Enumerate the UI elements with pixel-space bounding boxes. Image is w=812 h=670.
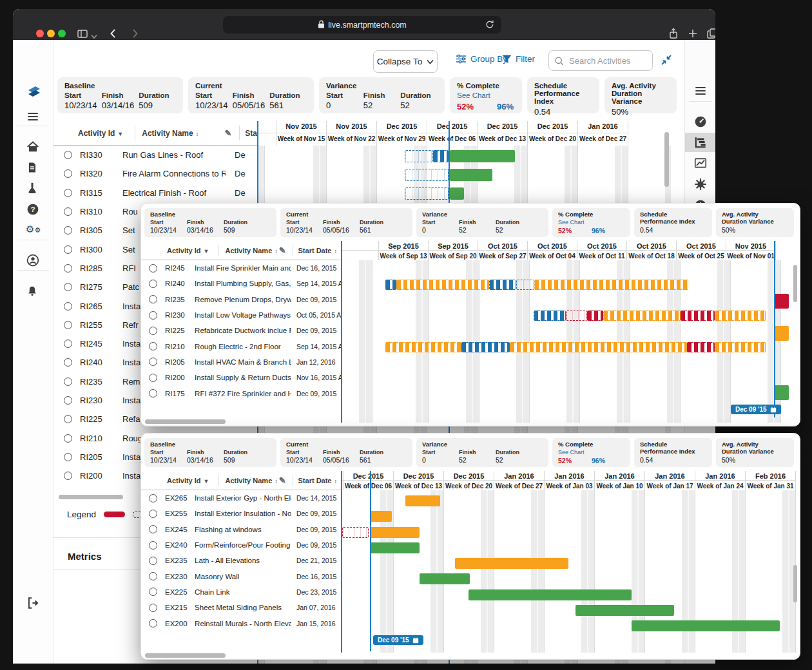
zoom-window-button[interactable] bbox=[58, 30, 66, 37]
table-row[interactable]: RI320Fire Alarm Connections to RTUs ·De bbox=[53, 164, 257, 183]
gantt-bar-segment[interactable] bbox=[450, 169, 492, 181]
table-row[interactable]: EX230Masonry WallDec 16, 2015 bbox=[141, 569, 341, 584]
row-radio[interactable] bbox=[64, 358, 72, 367]
gantt-bar-segment[interactable] bbox=[370, 542, 420, 553]
gantt-bar-segment[interactable] bbox=[370, 527, 420, 538]
row-radio[interactable] bbox=[64, 207, 72, 216]
row-radio[interactable] bbox=[64, 283, 72, 291]
vertical-scrollbar[interactable] bbox=[793, 565, 797, 602]
table-row[interactable]: EX215Sheet Metal Siding PanelsJan 07, 20… bbox=[141, 600, 341, 615]
table-row[interactable]: RI245Install Fire Sprinkler Main and Bra… bbox=[141, 260, 341, 276]
gantt-bar-segment[interactable] bbox=[510, 342, 687, 352]
minimize-window-button[interactable] bbox=[47, 30, 55, 37]
row-radio[interactable] bbox=[149, 572, 157, 580]
gantt-bar-segment[interactable] bbox=[396, 280, 489, 290]
row-radio[interactable] bbox=[64, 472, 72, 480]
row-radio[interactable] bbox=[64, 302, 72, 311]
activity-name-header[interactable]: Activity Name↕ bbox=[142, 129, 198, 138]
table-row[interactable]: EX200Reinstall Murals - North ElevationJ… bbox=[141, 615, 341, 631]
start-date-header[interactable]: Start Date↕ bbox=[298, 477, 337, 484]
filter-button[interactable]: Filter bbox=[502, 54, 535, 64]
gantt-bar-segment[interactable] bbox=[632, 620, 780, 631]
home-icon[interactable] bbox=[26, 140, 40, 154]
row-radio[interactable] bbox=[149, 311, 157, 320]
row-radio[interactable] bbox=[64, 340, 72, 348]
table-row[interactable]: RI175RFI #372 Fire Sprinkler and HVAC CD… bbox=[141, 385, 341, 401]
gantt-bar-segment[interactable] bbox=[405, 495, 440, 506]
row-radio[interactable] bbox=[149, 374, 157, 382]
row-radio[interactable] bbox=[149, 295, 157, 303]
gantt-bar-segment[interactable] bbox=[420, 573, 470, 584]
table-row[interactable]: RI210Rough Electric - 2nd FloorSep 14, 2… bbox=[141, 339, 341, 354]
gantt-bar-segment[interactable] bbox=[516, 280, 534, 290]
table-row[interactable]: RI240Install Plumbing Supply, Gas, Drain… bbox=[141, 276, 341, 291]
gantt-bar-segment[interactable] bbox=[450, 150, 515, 162]
row-radio[interactable] bbox=[64, 245, 72, 254]
row-radio[interactable] bbox=[64, 415, 72, 423]
row-radio[interactable] bbox=[149, 525, 157, 533]
row-radio[interactable] bbox=[149, 280, 157, 288]
see-chart-link[interactable]: See Chart bbox=[457, 91, 515, 99]
table-row[interactable]: EX235Lath - All ElevationsDec 21, 2015 bbox=[141, 553, 341, 568]
see-chart-link[interactable]: See Chart bbox=[558, 219, 624, 225]
row-radio[interactable] bbox=[149, 358, 157, 366]
row-radio[interactable] bbox=[64, 169, 72, 178]
table-row[interactable]: RI205Install HVAC Main & Branch Lines -J… bbox=[141, 354, 341, 370]
start-date-header[interactable]: Sta bbox=[245, 129, 257, 138]
settings-gears-icon[interactable]: ⚙⚙ bbox=[26, 224, 40, 238]
gantt-bar-segment[interactable] bbox=[461, 342, 510, 352]
row-radio[interactable] bbox=[64, 321, 72, 329]
row-radio[interactable] bbox=[64, 396, 72, 405]
gantt-bar-segment[interactable] bbox=[715, 311, 766, 321]
tool-menu-icon[interactable] bbox=[693, 84, 708, 98]
activity-name-header[interactable]: Activity Name↕ bbox=[226, 247, 278, 254]
gantt-bar-segment[interactable] bbox=[534, 311, 566, 321]
tool-gantt-icon[interactable] bbox=[693, 135, 708, 149]
table-row[interactable]: RI235Remove Plenum Drops, Drywall, InsDe… bbox=[141, 292, 341, 307]
gantt-bar-segment[interactable] bbox=[385, 342, 461, 352]
gantt-bar-segment[interactable] bbox=[687, 342, 715, 352]
account-icon[interactable] bbox=[26, 253, 40, 267]
table-row[interactable]: RI330Run Gas Lines - RoofDe bbox=[53, 146, 257, 164]
row-radio[interactable] bbox=[149, 588, 157, 596]
edit-pencil-icon[interactable]: ✎ bbox=[224, 128, 231, 138]
gantt-bar-segment[interactable] bbox=[469, 589, 632, 600]
gantt-bar-segment[interactable] bbox=[603, 311, 681, 321]
vertical-scrollbar[interactable] bbox=[793, 265, 797, 302]
activity-id-header[interactable]: Activity Id▼ bbox=[167, 477, 209, 484]
table-row[interactable]: EX225Chain LinkDec 23, 2015 bbox=[141, 584, 341, 600]
gantt-bar-segment[interactable] bbox=[534, 280, 688, 290]
row-radio[interactable] bbox=[149, 541, 157, 550]
see-chart-link[interactable]: See Chart bbox=[558, 449, 624, 455]
edit-pencil-icon[interactable]: ✎ bbox=[279, 245, 286, 255]
row-radio[interactable] bbox=[64, 226, 72, 235]
gantt-bar-segment[interactable] bbox=[489, 280, 516, 290]
gantt-bar-segment[interactable] bbox=[370, 511, 392, 522]
table-row[interactable]: EX255Install Exterior Insulation - North… bbox=[141, 506, 341, 521]
gantt-bar-segment[interactable] bbox=[342, 527, 369, 538]
row-radio[interactable] bbox=[64, 434, 72, 443]
logout-icon[interactable] bbox=[26, 596, 40, 610]
url-bar[interactable]: live.smartpmtech.com bbox=[223, 16, 501, 34]
row-radio[interactable] bbox=[64, 264, 72, 273]
row-radio[interactable] bbox=[64, 151, 72, 159]
flask-icon[interactable] bbox=[26, 181, 40, 195]
row-radio[interactable] bbox=[64, 453, 72, 461]
row-radio[interactable] bbox=[149, 494, 157, 503]
row-radio[interactable] bbox=[149, 557, 157, 565]
table-row[interactable]: RI230Install Low Voltage Pathways - 2ndO… bbox=[141, 307, 341, 323]
table-row[interactable]: RI200Install Supply & Return Ducts throu… bbox=[141, 370, 341, 385]
tool-burst-icon[interactable] bbox=[693, 177, 708, 191]
collapse-view-icon[interactable] bbox=[661, 54, 673, 67]
table-row[interactable]: RI225Refabricate Ductwork inclue PlenurD… bbox=[141, 323, 341, 338]
gantt-bar-segment[interactable] bbox=[774, 385, 789, 400]
gantt-bar-segment[interactable] bbox=[681, 311, 715, 321]
row-radio[interactable] bbox=[149, 510, 157, 518]
collapse-to-button[interactable]: Collapse To bbox=[373, 50, 438, 73]
gantt-bar-segment[interactable] bbox=[405, 169, 449, 181]
start-date-header[interactable]: Start Date↕ bbox=[298, 247, 337, 254]
gantt-bar-segment[interactable] bbox=[405, 187, 449, 200]
gantt-bar-segment[interactable] bbox=[587, 311, 603, 321]
search-activities-box[interactable] bbox=[548, 50, 653, 71]
activity-name-header[interactable]: Activity Name↕ bbox=[226, 477, 278, 484]
